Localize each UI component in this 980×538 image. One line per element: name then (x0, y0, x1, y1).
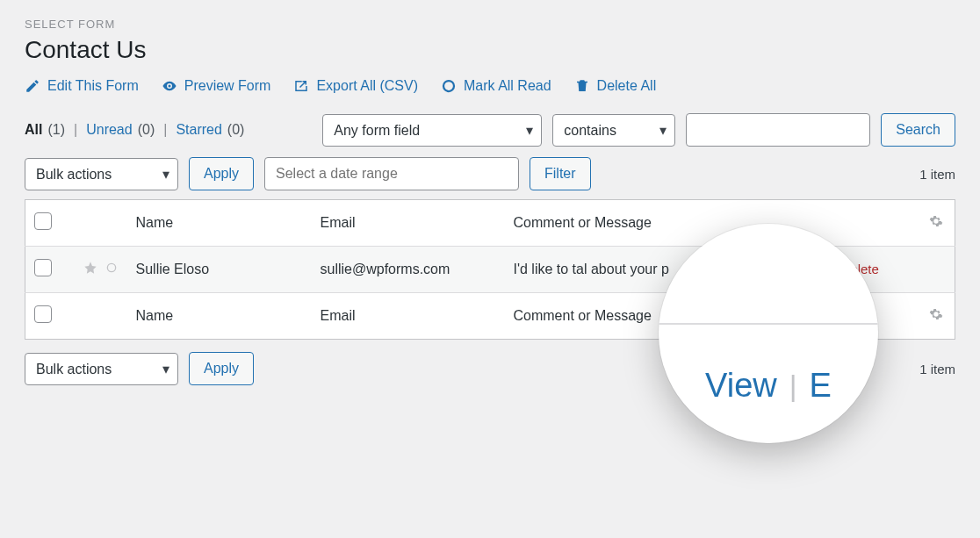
filter-starred[interactable]: Starred (176, 122, 221, 138)
svg-point-1 (107, 263, 115, 271)
date-range-input[interactable] (264, 157, 519, 190)
read-status-icon[interactable] (104, 261, 119, 278)
item-count-bottom: 1 item (919, 362, 955, 377)
edit-form-label: Edit This Form (47, 78, 139, 94)
magnified-view-link[interactable]: View (705, 367, 777, 405)
preview-form-link[interactable]: Preview Form (162, 78, 271, 94)
gear-icon[interactable] (929, 216, 943, 231)
column-email-footer[interactable]: Email (312, 293, 505, 340)
column-email[interactable]: Email (312, 200, 505, 247)
magnifier-overlay: View | E (659, 224, 878, 443)
delete-all-label: Delete All (597, 78, 657, 94)
mark-read-label: Mark All Read (464, 78, 551, 94)
apply-button-top[interactable]: Apply (189, 157, 254, 190)
svg-point-0 (443, 81, 454, 91)
mark-read-link[interactable]: Mark All Read (441, 78, 551, 94)
select-all-checkbox-top[interactable] (34, 212, 52, 230)
circle-icon (441, 78, 457, 94)
search-field-select[interactable]: Any form field (322, 114, 542, 147)
gear-icon[interactable] (929, 309, 943, 324)
select-form-label: SELECT FORM (25, 18, 955, 31)
delete-all-link[interactable]: Delete All (574, 78, 657, 94)
eye-icon (162, 78, 177, 94)
page-title: Contact Us (25, 36, 955, 64)
export-csv-link[interactable]: Export All (CSV) (293, 78, 418, 94)
filter-all[interactable]: All (25, 122, 42, 138)
edit-form-link[interactable]: Edit This Form (25, 78, 139, 94)
search-button[interactable]: Search (881, 113, 955, 147)
filter-unread[interactable]: Unread (86, 122, 132, 138)
star-icon[interactable] (83, 261, 97, 278)
select-all-checkbox-bottom[interactable] (34, 305, 52, 323)
item-count-top: 1 item (919, 167, 955, 182)
export-icon (293, 78, 309, 94)
column-name-footer[interactable]: Name (127, 293, 312, 340)
row-email: sullie@wpforms.com (312, 247, 505, 293)
filter-unread-count: (0) (138, 122, 155, 138)
action-links: Edit This Form Preview Form Export All (… (25, 78, 955, 94)
magnified-edit-partial[interactable]: E (810, 367, 832, 405)
preview-form-label: Preview Form (184, 78, 271, 94)
search-condition-select[interactable]: contains (552, 114, 675, 147)
bulk-actions-select-top[interactable]: Bulk actions (25, 158, 178, 190)
row-name: Sullie Eloso (127, 247, 312, 293)
pencil-icon (25, 78, 40, 94)
column-name[interactable]: Name (127, 200, 312, 247)
export-csv-label: Export All (CSV) (316, 78, 418, 94)
row-checkbox[interactable] (34, 259, 52, 276)
search-value-input[interactable] (686, 113, 870, 147)
apply-button-bottom[interactable]: Apply (189, 352, 254, 385)
bulk-actions-select-bottom[interactable]: Bulk actions (25, 353, 178, 385)
trash-icon (574, 78, 590, 94)
filter-button[interactable]: Filter (530, 157, 591, 190)
filter-all-count: (1) (47, 122, 65, 138)
row-indicators (83, 261, 119, 278)
status-filter: All (1) | Unread (0) | Starred (0) (25, 122, 244, 138)
filter-starred-count: (0) (227, 122, 245, 138)
